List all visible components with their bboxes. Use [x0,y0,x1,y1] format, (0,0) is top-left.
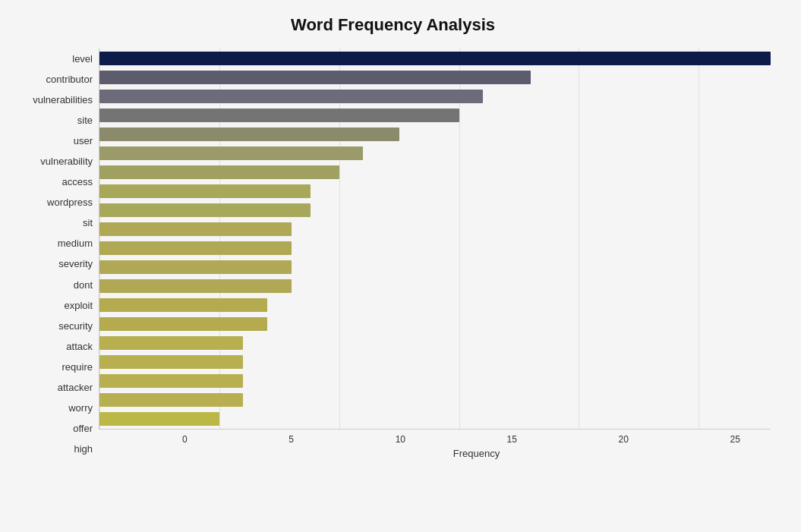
bar [99,317,267,331]
grid-line [579,49,579,429]
bar-row [99,259,771,275]
bar [99,71,531,84]
chart-body: levelcontributorvulnerabilitiessiteuserv… [15,49,771,459]
bar-row [99,164,771,181]
chart-title: Word Frequency Analysis [15,15,771,35]
y-label: exploit [15,301,93,310]
y-label: user [15,136,93,146]
plot-area [99,49,771,430]
bar-row [99,297,771,313]
grid-line [699,49,699,429]
bar [99,260,292,274]
bar [99,52,771,65]
bar [99,146,363,160]
y-label: security [15,321,93,331]
bar-row [99,240,771,257]
y-label: sit [15,218,93,228]
bar [99,165,339,179]
x-tick: 0 [182,434,188,445]
y-label: access [15,177,93,187]
y-label: site [15,115,93,125]
y-label: attack [15,342,93,351]
x-tick: 10 [396,434,405,445]
y-label: contributor [15,74,93,84]
bar [99,279,292,293]
bar [99,298,267,312]
y-label: vulnerabilities [15,95,93,105]
bar-row [99,202,771,219]
grid-line [339,49,340,429]
bar [99,127,399,141]
y-label: offer [15,423,93,433]
x-axis-label: Frequency [182,448,771,459]
bar [99,109,459,122]
bar-row [99,50,771,67]
grid-line [219,49,220,429]
bar [99,393,243,407]
bar [99,184,311,198]
y-label: require [15,362,93,372]
y-label: high [15,444,93,454]
y-axis: levelcontributorvulnerabilitiessiteuserv… [15,49,99,459]
bar [99,203,311,217]
x-axis: 0510152025 [182,434,771,445]
bar-row [99,373,771,389]
x-tick: 5 [289,434,294,445]
bar-row [99,69,771,86]
bar [99,90,483,103]
bar-row [99,278,771,294]
bar-row [99,335,771,351]
y-label: dont [15,280,93,290]
chart-container: Word Frequency Analysis levelcontributor… [0,0,801,532]
bar-row [99,354,771,370]
bar-row [99,145,771,162]
bar [99,336,243,350]
bar-row [99,392,771,408]
x-tick: 20 [619,434,629,445]
bar [99,374,243,388]
bar [99,241,292,255]
y-label: attacker [15,382,93,392]
bar-row [99,126,771,143]
grid-line [459,49,460,429]
y-label: medium [15,238,93,248]
y-label: vulnerability [15,156,93,166]
x-tick: 15 [507,434,517,445]
bar-row [99,88,771,105]
bar-row [99,316,771,332]
grid-line [99,49,100,429]
bar [99,412,219,426]
y-label: level [15,54,93,64]
bar-row [99,411,771,427]
bar-row [99,221,771,238]
bar-row [99,107,771,124]
x-tick: 25 [730,434,740,445]
y-label: wordpress [15,197,93,207]
bar-row [99,183,771,200]
y-label: worry [15,403,93,413]
y-label: severity [15,259,93,269]
bar [99,355,243,369]
bar [99,222,292,236]
